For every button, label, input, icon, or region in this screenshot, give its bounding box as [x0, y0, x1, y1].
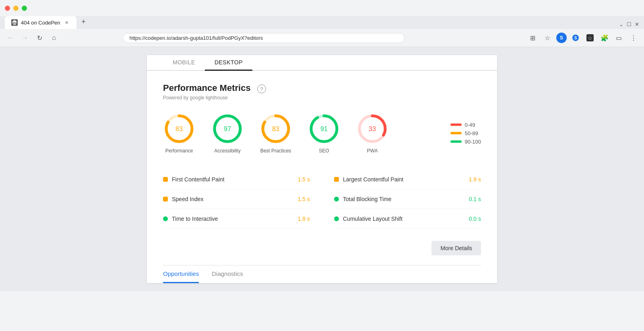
help-icon[interactable]: ?: [257, 84, 266, 93]
metric-si-dot: [163, 197, 168, 201]
minimize-button[interactable]: [13, 6, 19, 11]
svg-text:97: 97: [224, 125, 231, 132]
more-details-button[interactable]: More Details: [431, 241, 481, 255]
metrics-left: First Contentful Paint 1.5 s Speed Index…: [163, 170, 310, 229]
metric-tti-name: Time to Interactive: [172, 216, 284, 222]
metric-tti-value: 1.8 s: [291, 216, 310, 222]
metric-tbt-dot: [334, 197, 339, 201]
restore-icon[interactable]: ☐: [627, 21, 632, 27]
svg-text:83: 83: [175, 125, 183, 132]
gauges-row: 83 Performance 97 Accessibility: [163, 113, 481, 154]
gauge-performance-svg: 83: [163, 113, 195, 145]
metric-cls-dot: [334, 216, 339, 221]
profile-avatar[interactable]: S: [556, 33, 567, 43]
gauge-performance: 83 Performance: [163, 113, 195, 154]
favicon: 404: [11, 19, 18, 26]
metric-lcp-value: 1.9 s: [462, 176, 481, 183]
browser-chrome: 404 404 on CodePen ✕ + ⌄ ☐ ✕ ← → ↻ ⌂ htt…: [0, 0, 644, 47]
svg-text:83: 83: [272, 125, 279, 132]
metric-fcp-value: 1.5 s: [291, 176, 310, 183]
new-tab-button[interactable]: +: [78, 16, 89, 27]
legend-item-red: 0-49: [450, 122, 481, 128]
forward-button[interactable]: →: [19, 32, 31, 43]
minimize-icon[interactable]: ⌄: [619, 21, 623, 27]
gauge-pwa-label: PWA: [367, 148, 378, 154]
metric-tti: Time to Interactive 1.8 s: [163, 209, 310, 229]
back-button[interactable]: ←: [5, 32, 16, 43]
metric-cls-value: 0.0 s: [462, 216, 481, 222]
svg-text:⬡: ⬡: [588, 36, 592, 40]
address-bar[interactable]: https://codepen.io/adarsh-gupta101/full/…: [123, 33, 405, 43]
extension-icon-1[interactable]: S: [570, 32, 581, 43]
legend-item-green: 90-100: [450, 139, 481, 145]
browser-tab[interactable]: 404 404 on CodePen ✕: [5, 16, 76, 29]
metric-fcp: First Contentful Paint 1.5 s: [163, 170, 310, 189]
metric-fcp-dot: [163, 177, 168, 182]
legend-bar-green: [450, 140, 462, 143]
metric-tti-dot: [163, 216, 168, 221]
gauge-best-practices-label: Best Practices: [260, 148, 291, 154]
tab-title: 404 on CodePen: [21, 20, 60, 26]
toolbar-right: ⊞ ☆ S S ⬡ 🧩 ▭ ⋮: [527, 32, 639, 43]
extension-icon-3[interactable]: 🧩: [599, 32, 610, 43]
gauge-accessibility-label: Accessibility: [214, 148, 240, 154]
metrics-right: Largest Contentful Paint 1.9 s Total Blo…: [334, 170, 481, 229]
gauge-accessibility: 97 Accessibility: [211, 113, 244, 154]
tab-opportunities[interactable]: Opportunities: [163, 265, 199, 283]
gauge-best-practices: 83 Best Practices: [260, 113, 292, 154]
tabs-bar: 404 404 on CodePen ✕ + ⌄ ☐ ✕: [0, 16, 644, 29]
tab-desktop[interactable]: DESKTOP: [205, 55, 252, 71]
metric-cls-name: Cumulative Layout Shift: [343, 216, 455, 222]
tab-mobile[interactable]: MOBILE: [163, 55, 205, 71]
metric-si: Speed Index 1.5 s: [163, 189, 310, 209]
tab-diagnostics[interactable]: Diagnostics: [212, 265, 243, 283]
maximize-button[interactable]: [22, 6, 27, 11]
powered-by-text: Powered by google lighthouse: [163, 95, 481, 101]
title-bar: [0, 0, 644, 16]
metric-si-value: 1.5 s: [291, 196, 310, 202]
legend-label-red: 0-49: [465, 122, 475, 128]
metric-tbt: Total Blocking Time 0.1 s: [334, 189, 481, 209]
legend: 0-49 50-89 90-100: [450, 122, 481, 145]
gauge-performance-label: Performance: [165, 148, 193, 154]
gauge-best-practices-svg: 83: [260, 113, 292, 145]
metric-lcp-name: Largest Contentful Paint: [343, 176, 455, 183]
toolbar: ← → ↻ ⌂ https://codepen.io/adarsh-gupta1…: [0, 29, 644, 47]
home-button[interactable]: ⌂: [48, 32, 60, 43]
metric-lcp-dot: [334, 177, 339, 182]
page-title: Performance Metrics: [163, 83, 251, 93]
reload-button[interactable]: ↻: [34, 32, 45, 43]
gauge-pwa: 33 PWA: [356, 113, 388, 154]
legend-label-green: 90-100: [465, 139, 481, 145]
metrics-grid: First Contentful Paint 1.5 s Speed Index…: [163, 170, 481, 229]
legend-label-orange: 50-89: [465, 130, 478, 136]
metric-tbt-name: Total Blocking Time: [343, 196, 455, 202]
metric-fcp-name: First Contentful Paint: [172, 176, 284, 183]
close-window-icon[interactable]: ✕: [635, 21, 639, 27]
svg-text:404: 404: [12, 22, 17, 25]
menu-icon[interactable]: ⋮: [628, 32, 639, 43]
window-controls: [5, 6, 27, 11]
metric-tbt-value: 0.1 s: [462, 196, 481, 202]
extension-icon-2[interactable]: ⬡: [584, 32, 596, 43]
metrics-header: Performance Metrics ?: [163, 83, 481, 93]
bookmark-icon[interactable]: ☆: [542, 32, 553, 43]
close-button[interactable]: [5, 6, 10, 11]
metric-cls: Cumulative Layout Shift 0.0 s: [334, 209, 481, 229]
window-icon[interactable]: ▭: [613, 32, 625, 43]
svg-text:33: 33: [369, 125, 376, 132]
gauge-seo-svg: 91: [308, 113, 340, 145]
legend-bar-red: [450, 123, 462, 126]
cast-icon[interactable]: ⊞: [527, 32, 539, 43]
url-text: https://codepen.io/adarsh-gupta101/full/…: [130, 35, 263, 41]
gauge-accessibility-svg: 97: [211, 113, 244, 145]
svg-text:91: 91: [320, 125, 328, 132]
main-panel: Performance Metrics ? Powered by google …: [147, 71, 497, 283]
metric-lcp: Largest Contentful Paint 1.9 s: [334, 170, 481, 189]
svg-text:S: S: [574, 36, 577, 40]
more-details-row: More Details: [163, 241, 481, 255]
view-tabs: MOBILE DESKTOP: [147, 55, 497, 71]
legend-bar-orange: [450, 132, 462, 134]
tab-close-button[interactable]: ✕: [64, 19, 70, 26]
content-card: MOBILE DESKTOP Performance Metrics ? Pow…: [147, 55, 497, 283]
